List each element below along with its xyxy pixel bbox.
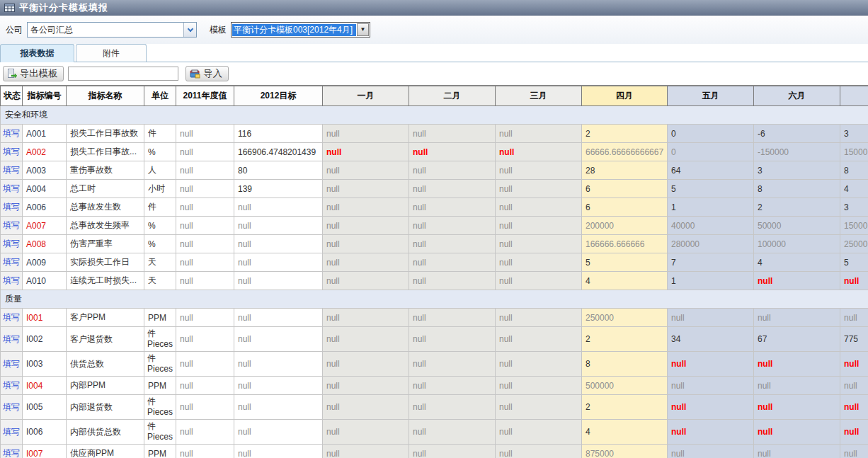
month-cell: 280000 (668, 235, 754, 253)
fill-link[interactable]: 填写 (3, 165, 20, 175)
col-header-jul (840, 86, 868, 106)
code-cell: I002 (23, 327, 67, 352)
fill-link[interactable]: 填写 (3, 334, 20, 344)
col-header-may: 五月 (668, 86, 754, 106)
company-select[interactable]: 各公司汇总 (27, 22, 197, 38)
y2011-cell: null (176, 161, 234, 180)
month-cell: 3 (840, 125, 868, 143)
month-cell: null (496, 198, 582, 217)
month-cell: null (409, 253, 496, 272)
template-selected-value: 平衡计分卡模板003[2012年4月] (232, 24, 356, 36)
status-cell: 填写 (1, 272, 23, 290)
unit-cell: % (144, 217, 176, 235)
target-cell: null (234, 420, 323, 445)
tab-bar: 报表数据 附件 (0, 44, 868, 62)
code-cell: I003 (23, 352, 67, 377)
filter-bar: 公司 各公司汇总 模板 平衡计分卡模板003[2012年4月] ▼ (0, 16, 868, 44)
export-template-button[interactable]: 导出模板 (3, 66, 64, 81)
fill-link[interactable]: 填写 (3, 275, 20, 285)
month-cell: null (323, 125, 409, 143)
import-icon (190, 69, 200, 79)
month-cell: 2 (754, 198, 840, 217)
status-cell: 填写 (1, 235, 23, 253)
fill-link[interactable]: 填写 (3, 147, 20, 156)
unit-cell: PPM (144, 445, 176, 458)
month-cell: 4 (582, 272, 668, 290)
import-button[interactable]: 导入 (185, 66, 229, 81)
month-cell: -6 (754, 125, 840, 143)
month-cell: 500000 (582, 377, 668, 395)
fill-link[interactable]: 填写 (3, 448, 20, 458)
group-row: 安全和环境 (1, 106, 868, 125)
fill-link[interactable]: 填写 (3, 402, 20, 412)
fill-link[interactable]: 填写 (3, 239, 20, 248)
fill-link[interactable]: 填写 (3, 312, 20, 322)
table-row: 填写I007供应商PPMPPMnullnullnullnullnull87500… (1, 445, 868, 458)
month-cell: 2 (582, 125, 668, 143)
month-cell: null (409, 143, 496, 161)
fill-link[interactable]: 填写 (3, 202, 20, 212)
month-cell: null (409, 377, 496, 395)
unit-cell: 件 (144, 198, 176, 217)
name-cell: 总工时 (67, 180, 144, 198)
unit-cell: PPM (144, 377, 176, 395)
company-selected-value: 各公司汇总 (28, 24, 183, 36)
name-cell: 总事故发生数 (67, 198, 144, 217)
unit-cell: 人 (144, 161, 176, 180)
status-cell: 填写 (1, 125, 23, 143)
fill-link[interactable]: 填写 (3, 427, 20, 437)
month-cell: null (754, 272, 840, 290)
code-cell: A006 (23, 198, 67, 217)
table-row: 填写I006内部供货总数件 Piecesnullnullnullnullnull… (1, 420, 868, 445)
group-label: 质量 (1, 290, 868, 309)
y2011-cell: null (176, 125, 234, 143)
month-cell: 5 (668, 180, 754, 198)
month-cell: 875000 (582, 445, 668, 458)
col-header-status: 状态 (1, 86, 23, 106)
month-cell: null (409, 217, 496, 235)
fill-link[interactable]: 填写 (3, 220, 20, 230)
month-cell: 4 (754, 253, 840, 272)
month-cell: null (323, 377, 409, 395)
name-cell: 总事故发生频率 (67, 217, 144, 235)
fill-link[interactable]: 填写 (3, 183, 20, 193)
fill-link[interactable]: 填写 (3, 128, 20, 138)
month-cell: -150000 (754, 143, 840, 161)
fill-link[interactable]: 填写 (3, 359, 20, 369)
tab-attachments[interactable]: 附件 (76, 44, 147, 62)
status-cell: 填写 (1, 395, 23, 420)
target-cell: null (234, 327, 323, 352)
tab-report-data[interactable]: 报表数据 (0, 44, 74, 62)
code-cell: A009 (23, 253, 67, 272)
month-cell: 40000 (668, 217, 754, 235)
template-select[interactable]: 平衡计分卡模板003[2012年4月] ▼ (231, 22, 370, 38)
table-row: 填写I003供货总数件 Piecesnullnullnullnullnull8n… (1, 352, 868, 377)
company-dropdown-button[interactable] (183, 23, 196, 37)
table-row: 填写A007总事故发生频率%nullnullnullnullnull200000… (1, 217, 868, 235)
month-cell: null (840, 377, 868, 395)
y2011-cell: null (176, 180, 234, 198)
month-cell: 1 (668, 198, 754, 217)
unit-cell: PPM (144, 309, 176, 327)
month-cell: null (409, 395, 496, 420)
month-cell: null (840, 445, 868, 458)
month-cell: null (323, 143, 409, 161)
month-cell: null (496, 272, 582, 290)
month-cell: null (496, 161, 582, 180)
month-cell: null (668, 377, 754, 395)
month-cell: 5 (840, 253, 868, 272)
y2011-cell: null (176, 217, 234, 235)
status-cell: 填写 (1, 327, 23, 352)
month-cell: null (323, 445, 409, 458)
month-cell: 1 (668, 272, 754, 290)
month-cell: 8 (840, 161, 868, 180)
y2011-cell: null (176, 235, 234, 253)
fill-link[interactable]: 填写 (3, 380, 20, 390)
import-file-input[interactable] (68, 67, 178, 81)
template-dropdown-button[interactable]: ▼ (357, 23, 369, 36)
code-cell: I004 (23, 377, 67, 395)
month-cell: null (754, 352, 840, 377)
fill-link[interactable]: 填写 (3, 257, 20, 267)
name-cell: 实际损失工作日 (67, 253, 144, 272)
month-cell: null (409, 272, 496, 290)
